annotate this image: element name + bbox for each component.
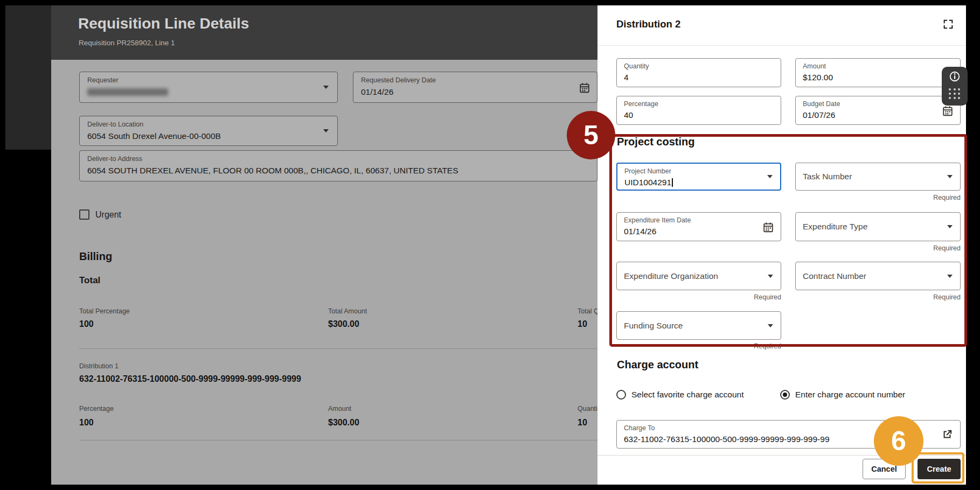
page-title: Requisition Line Details bbox=[78, 15, 249, 32]
requisition-form: Requester Requested Delivery Date 01/14/… bbox=[51, 60, 597, 485]
distribution1-value: 632-11002-76315-100000-500-9999-99999-99… bbox=[79, 374, 301, 384]
budget-date-field[interactable]: Budget Date 01/07/26 bbox=[795, 96, 961, 125]
quantity-label: Quantity bbox=[578, 405, 597, 412]
assistant-widget[interactable] bbox=[942, 67, 968, 106]
percentage-label: Percentage bbox=[624, 100, 658, 108]
amount-field[interactable]: Amount $120.00 bbox=[795, 58, 961, 87]
percentage-value: 40 bbox=[624, 110, 633, 120]
charge-to-label: Charge To bbox=[624, 424, 655, 432]
page-header: Requisition Line Details Requisition PR2… bbox=[51, 5, 597, 60]
requested-delivery-date-field[interactable]: Requested Delivery Date 01/14/26 bbox=[353, 72, 597, 103]
step6-highlight-box bbox=[912, 452, 964, 484]
requester-label: Requester bbox=[87, 76, 119, 84]
open-in-new-icon[interactable] bbox=[941, 429, 953, 443]
total-quantity-label: Total Quantity bbox=[578, 307, 597, 315]
screen: Requisition Line Details Requisition PR2… bbox=[0, 0, 980, 490]
caret-down-icon[interactable] bbox=[323, 129, 329, 132]
percentage-field[interactable]: Percentage 40 bbox=[616, 96, 781, 125]
total-heading: Total bbox=[79, 275, 100, 286]
page-subtitle: Requisition PR258902, Line 1 bbox=[79, 39, 175, 47]
percentage-value: 100 bbox=[79, 418, 94, 428]
favorite-charge-account-radio[interactable] bbox=[616, 390, 626, 400]
charge-to-value: 632-11002-76315-100000-500-9999-99999-99… bbox=[624, 435, 830, 444]
enter-charge-account-label: Enter charge account number bbox=[795, 390, 905, 400]
budget-date-label: Budget Date bbox=[803, 100, 840, 108]
collapsed-sidebar bbox=[5, 5, 51, 150]
deliver-to-location-value: 6054 South Drexel Avenue-00-000B bbox=[87, 131, 221, 141]
deliver-to-location-dropdown[interactable]: Deliver-to Location 6054 South Drexel Av… bbox=[79, 116, 338, 146]
total-amount-value: $300.00 bbox=[328, 319, 359, 329]
urgent-label: Urgent bbox=[95, 209, 121, 220]
divider bbox=[79, 440, 597, 440]
charge-account-heading: Charge account bbox=[617, 359, 698, 371]
divider bbox=[79, 348, 597, 349]
caret-down-icon[interactable] bbox=[323, 86, 329, 89]
calendar-icon[interactable] bbox=[942, 105, 954, 119]
total-amount-label: Total Amount bbox=[328, 307, 367, 315]
step5-highlight-box bbox=[609, 134, 967, 347]
deliver-to-address-field[interactable]: Deliver-to Address 6054 SOUTH DREXEL AVE… bbox=[79, 150, 597, 181]
amount-value: $120.00 bbox=[803, 73, 833, 82]
amount-label: Amount bbox=[803, 62, 826, 70]
amount-value: $300.00 bbox=[328, 418, 359, 428]
percentage-label: Percentage bbox=[79, 405, 114, 412]
calendar-icon[interactable] bbox=[579, 82, 590, 96]
quantity-field[interactable]: Quantity 4 bbox=[616, 58, 781, 87]
step5-badge: 5 bbox=[567, 111, 615, 159]
drawer-title: Distribution 2 bbox=[616, 18, 680, 30]
requested-delivery-date-value: 01/14/26 bbox=[361, 87, 393, 97]
budget-date-value: 01/07/26 bbox=[803, 110, 835, 120]
total-quantity-value: 10 bbox=[578, 319, 587, 329]
distribution1-label: Distribution 1 bbox=[79, 362, 119, 370]
deliver-to-address-label: Deliver-to Address bbox=[87, 155, 142, 163]
divider bbox=[597, 45, 966, 46]
quantity-value: 10 bbox=[578, 418, 587, 428]
billing-heading: Billing bbox=[79, 250, 112, 263]
favorite-charge-account-label: Select favorite charge account bbox=[631, 390, 744, 400]
quantity-value: 4 bbox=[624, 73, 629, 82]
requester-redacted-value bbox=[87, 88, 168, 96]
grid-dots-icon bbox=[949, 88, 961, 99]
quantity-label: Quantity bbox=[624, 62, 649, 70]
deliver-to-address-value: 6054 SOUTH DREXEL AVENUE, FLOOR 00 ROOM … bbox=[87, 166, 458, 176]
total-percentage-label: Total Percentage bbox=[79, 307, 130, 315]
urgent-checkbox[interactable] bbox=[79, 209, 89, 220]
step6-badge: 6 bbox=[874, 416, 923, 466]
expand-icon[interactable] bbox=[942, 18, 954, 32]
enter-charge-account-radio[interactable] bbox=[780, 390, 790, 400]
deliver-to-location-label: Deliver-to Location bbox=[87, 121, 143, 128]
amount-label: Amount bbox=[328, 405, 351, 412]
total-percentage-value: 100 bbox=[79, 319, 94, 329]
requested-delivery-date-label: Requested Delivery Date bbox=[361, 76, 436, 84]
info-icon[interactable] bbox=[949, 71, 961, 85]
requester-dropdown[interactable]: Requester bbox=[79, 72, 338, 103]
